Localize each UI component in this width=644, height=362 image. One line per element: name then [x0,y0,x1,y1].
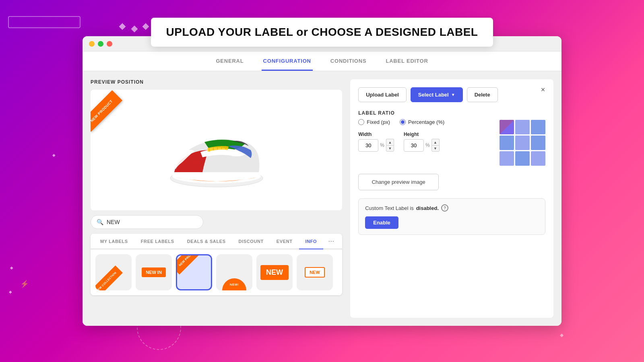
label-item-new-collection[interactable]: NEW COLLECTION [95,254,132,290]
tabs-nav: GENERAL CONFIGURATION CONDITIONS LABEL E… [83,51,561,71]
delete-button[interactable]: Delete [467,87,498,102]
label-new-collection-ribbon: NEW COLLECTION [95,265,123,290]
tab-label-editor[interactable]: LABEL EDITOR [384,51,429,71]
radio-fixed-px-label: Fixed (px) [367,119,390,125]
ratio-section: LABEL RATIO Fixed (px) Percentage (%) [358,110,491,152]
custom-text-box: Custom Text Label is disabled. ? Enable [358,198,545,235]
pos-bottom-center[interactable] [515,151,530,166]
width-increment-button[interactable]: ▲ [386,139,394,145]
ratio-radio-group: Fixed (px) Percentage (%) [358,119,491,125]
radio-percentage[interactable]: Percentage (%) [400,119,444,125]
tab-deals-sales[interactable]: DEALS & SALES [181,234,232,249]
pos-middle-center[interactable] [515,136,530,150]
enable-custom-text-button[interactable]: Enable [365,216,398,229]
change-preview-row: Change preview image [358,174,545,190]
custom-text-status: disabled. [416,205,439,211]
preview-panel: PREVIEW POSITION NEW PRODUCT [91,79,342,318]
pos-top-right[interactable] [531,120,545,134]
dimensions-row: Width % ▲ ▼ Height [358,132,491,152]
tab-general[interactable]: GENERAL [214,51,245,71]
traffic-light-red[interactable] [107,41,112,47]
ratio-config-row: LABEL RATIO Fixed (px) Percentage (%) [358,110,545,166]
search-container: 🔍 [91,215,203,229]
select-label-text: Select Label [418,92,449,98]
search-input[interactable] [107,219,197,225]
width-stepper: ▲ ▼ [386,139,394,152]
radio-percentage-input[interactable] [400,119,406,125]
label-item-new-outline[interactable]: NEW [297,254,333,290]
header-banner: UPLOAD YOUR LABEL or CHOOSE A DESIGNED L… [151,18,493,47]
pos-bottom-left[interactable] [500,151,514,166]
upload-label-button[interactable]: Upload Label [358,87,407,102]
preview-image-container: NEW PRODUCT [91,90,342,210]
label-new-plain-badge: NEW [260,265,289,280]
label-ratio-title: LABEL RATIO [358,110,491,116]
label-new-product-ribbon: NEW PRODUCT [176,254,205,274]
change-preview-image-button[interactable]: Change preview image [358,174,439,190]
height-unit: % [425,142,430,148]
tab-configuration[interactable]: CONFIGURATION [262,51,313,71]
select-label-chevron-icon: ▼ [451,93,455,97]
app-window: GENERAL CONFIGURATION CONDITIONS LABEL E… [83,36,561,326]
custom-text-label-prefix: Custom Text Label is [365,205,413,211]
close-button[interactable]: × [537,84,549,95]
select-label-button[interactable]: Select Label ▼ [411,87,463,102]
height-input[interactable] [404,139,424,152]
label-item-new-product[interactable]: NEW PRODUCT [176,254,212,290]
pos-middle-right[interactable] [531,136,545,150]
height-label: Height [404,132,440,137]
preview-ribbon: NEW PRODUCT [91,90,122,132]
radio-percentage-label: Percentage (%) [408,119,444,125]
info-icon[interactable]: ? [441,204,448,212]
width-label: Width [358,132,394,137]
pos-top-center[interactable] [515,120,530,134]
sneaker-image [164,110,269,190]
traffic-light-yellow[interactable] [89,41,95,47]
height-decrement-button[interactable]: ▼ [431,145,440,152]
width-group: Width % ▲ ▼ [358,132,394,152]
label-grid: NEW COLLECTION NEW IN NEW PRODUCT NEW! [91,249,342,295]
height-input-row: % ▲ ▼ [404,139,440,152]
tab-my-labels[interactable]: MY LABELS [94,234,134,249]
width-input[interactable] [358,139,378,152]
label-new-outline-badge: NEW [305,267,325,278]
custom-text-status-row: Custom Text Label is disabled. ? [365,204,539,212]
width-input-row: % ▲ ▼ [358,139,394,152]
height-increment-button[interactable]: ▲ [431,139,440,145]
traffic-light-green[interactable] [98,41,103,47]
tab-free-labels[interactable]: FREE LABELS [134,234,181,249]
pos-top-left[interactable] [500,120,514,134]
pos-middle-left[interactable] [500,136,514,150]
label-new-in-badge: NEW IN [142,267,166,277]
tab-discount[interactable]: DISCOUNT [232,234,270,249]
label-new-half-badge: NEW! [222,278,246,290]
search-icon: 🔍 [97,219,103,225]
preview-position-label: PREVIEW POSITION [91,79,342,85]
label-category-tabs: MY LABELS FREE LABELS DEALS & SALES DISC… [91,234,342,249]
label-item-new-plain[interactable]: NEW [256,254,293,290]
action-buttons-row: Upload Label Select Label ▼ Delete [358,87,545,102]
position-grid [500,120,545,166]
width-unit: % [380,142,384,148]
label-item-new-half[interactable]: NEW! [216,254,252,290]
tab-conditions[interactable]: CONDITIONS [329,51,368,71]
tab-info[interactable]: INFO [299,234,324,249]
height-group: Height % ▲ ▼ [404,132,440,152]
radio-fixed-px-input[interactable] [358,119,364,125]
config-panel: × Upload Label Select Label ▼ Delete LAB… [350,79,553,318]
header-title: UPLOAD YOUR LABEL or CHOOSE A DESIGNED L… [163,26,481,39]
height-stepper: ▲ ▼ [431,139,440,152]
radio-fixed-px[interactable]: Fixed (px) [358,119,390,125]
main-content: PREVIEW POSITION NEW PRODUCT [83,71,561,326]
pos-bottom-right[interactable] [531,151,545,166]
more-categories-button[interactable]: ··· [323,234,339,249]
tab-event[interactable]: EVENT [270,234,299,249]
label-item-new-in[interactable]: NEW IN [136,254,172,290]
width-decrement-button[interactable]: ▼ [386,145,394,152]
